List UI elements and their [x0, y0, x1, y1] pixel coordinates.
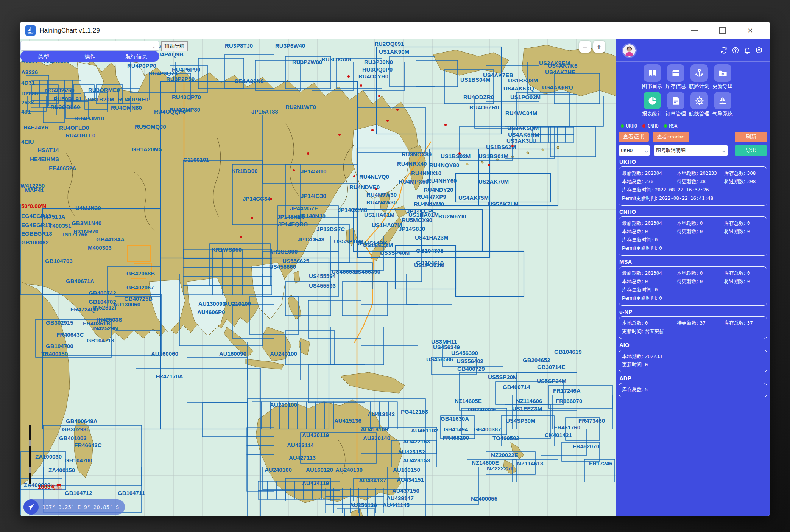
chart-code-label: JP13DS7C	[316, 226, 345, 232]
stat-item: 将过期数:0	[724, 228, 750, 235]
assist-navigation-button[interactable]: 辅助导航	[161, 41, 188, 51]
nautical-chart-canvas[interactable]: RU4PCQE0RU4PAQ9BRU3P8TJ0RU3P6W40RU2OQ091…	[20, 39, 616, 516]
section-title: e-NP	[619, 308, 767, 315]
app-tile-sail[interactable]: 气导系统	[711, 92, 734, 117]
stat-item: 将过期数:308	[724, 178, 756, 185]
app-logo-icon	[25, 25, 36, 36]
stat-item: 更新时间:暂无更新	[622, 328, 664, 335]
stat-item: 本地期数:202233	[677, 170, 724, 177]
chart-code-label: US5SP20M	[488, 374, 517, 380]
stat-item: 本地总数:0	[622, 278, 677, 285]
chart-code-label: NZ222251	[487, 465, 513, 471]
chart-code-label: US456390	[354, 268, 380, 275]
alert-dot	[347, 75, 350, 78]
stats-row: Permit更新时间:2022-08-22 16:41:48	[622, 195, 764, 202]
chart-code-label: NZ400055	[471, 495, 497, 502]
source-select[interactable]: UKHO⌄	[619, 145, 650, 156]
stats-row: 本地期数:202233	[622, 353, 764, 360]
stat-item: 库存总数:0	[724, 220, 750, 227]
app-tile-box[interactable]: 库存信息	[664, 64, 687, 90]
section-stats-box: 最新期数:202304本地期数:0库存总数:0本地总数:0待更新数:0将过期数:…	[619, 266, 767, 306]
alert-dot	[386, 120, 389, 122]
chart-code-label: GB104619	[554, 348, 582, 355]
close-button[interactable]: ✕	[746, 26, 754, 35]
coordinates-text: 137° 3.25′ E 9° 20.85′ S	[42, 504, 119, 510]
stat-item: 本地期数:0	[677, 220, 724, 227]
chart-code-label: US1BS01M	[478, 153, 508, 159]
chart-code-label: AU130090	[198, 300, 226, 307]
alert-dot	[396, 109, 399, 111]
chart-code-label: US1AK90M	[379, 48, 409, 55]
stat-item: Permit更新时间:0	[622, 295, 662, 302]
stats-row: 库存更新时间:0	[622, 236, 764, 244]
sidebar: 图书目录库存信息航路计划更新导出报表统计订单管理航线管理气导系统 UKHOCNH…	[616, 39, 770, 516]
stats-row: 库存总数:5	[622, 386, 764, 394]
app-tile-anchor[interactable]: 航路计划	[687, 64, 711, 90]
chart-code-label: GB1B20M	[87, 96, 114, 103]
chart-code-label: RU4NLVQ0	[359, 173, 389, 180]
zoom-out-button[interactable]: −	[579, 41, 591, 53]
minimize-button[interactable]	[690, 26, 698, 35]
refresh-button[interactable]: 刷新	[735, 132, 767, 142]
user-avatar[interactable]	[623, 44, 636, 57]
app-tile-doc[interactable]: 订单管理	[664, 92, 687, 117]
refresh-icon[interactable]	[720, 47, 728, 54]
report-type-select[interactable]: 图号取消明细⌄	[654, 145, 728, 156]
chart-code-label: AU461102	[411, 427, 438, 434]
chart-code-label: RU4O5YH0	[358, 73, 388, 79]
chart-code-label: RU4OJM10	[74, 115, 104, 121]
chart-code-label: NZ114606	[516, 398, 542, 404]
chart-code-label: RU3P2P50	[166, 76, 195, 82]
stats-row: 本地总数:0待更新数:0将过期数:0	[622, 228, 764, 235]
chart-code-label: GB1A20M5	[132, 146, 162, 152]
chart-code-label: RU3P8TJ0	[225, 42, 253, 49]
chart-code-label: AU230140	[363, 435, 390, 441]
chart-list-header: 类型 操作 航行信息	[20, 51, 159, 62]
chart-code-label: US455593	[309, 282, 336, 289]
chart-code-label: HE4EIHMS	[30, 156, 59, 162]
chart-code-label: RU4NRX40	[397, 160, 427, 167]
chart-code-label: US3AK3LU	[506, 137, 536, 144]
chart-code-label: AU415136	[334, 417, 361, 424]
app-tile-folder-up[interactable]: 更新导出	[711, 64, 734, 90]
app-tile-book[interactable]: 图书目录	[640, 64, 664, 90]
north-arrow-icon[interactable]	[23, 499, 39, 515]
chart-code-label: RU4N4XM0	[414, 201, 444, 207]
alert-dot	[458, 152, 461, 155]
chart-code-label: RU4NDVE0	[349, 184, 380, 190]
view-certificate-button[interactable]: 查看证书	[619, 132, 649, 142]
alert-dot	[293, 169, 295, 171]
export-button[interactable]: 导出	[735, 145, 767, 156]
chart-code-label: JP14CC34	[243, 195, 271, 202]
help-icon[interactable]	[732, 47, 739, 54]
chart-code-label: RU4NHY60	[427, 177, 457, 184]
chart-code-label: RU4NMX10	[411, 170, 441, 176]
zoom-in-button[interactable]: +	[593, 41, 605, 53]
chart-code-label: FR17246	[589, 460, 612, 467]
view-readme-button[interactable]: 查看readme	[653, 132, 689, 142]
chart-code-label: US5SP10M	[334, 238, 363, 244]
chart-map[interactable]: RU4PCQE0RU4PAQ9BRU3P8TJ0RU3P6W40RU2OQ091…	[20, 39, 616, 516]
chevron-down-icon: ⌄	[644, 148, 648, 153]
stats-row: 更新时间:0	[622, 361, 764, 369]
chart-code-label: GB42068B	[126, 270, 155, 277]
stats-row: 库存更新时间:2022-08-22 16:37:26	[622, 187, 764, 194]
sail-icon	[714, 92, 731, 109]
app-tile-pie[interactable]: 报表统计	[640, 92, 664, 117]
chart-code-label: US1BS62M	[486, 144, 516, 150]
bell-icon[interactable]	[743, 47, 751, 54]
chart-filter-combobox[interactable]: ⌄	[20, 41, 159, 51]
chart-code-label: RU2M6YI0	[438, 213, 466, 219]
chart-code-label: FR47170A	[156, 373, 183, 380]
maximize-button[interactable]	[718, 26, 726, 35]
chart-code-label: RU3NOX89	[402, 151, 432, 157]
settings-icon[interactable]	[755, 47, 763, 54]
chart-code-label: AU420119	[302, 432, 329, 438]
alert-dot	[360, 84, 362, 87]
section-stats-box: 本地总数:0待更新数:37库存总数:37更新时间:暂无更新	[619, 316, 767, 339]
app-tile-wheel[interactable]: 航线管理	[687, 92, 711, 117]
doc-icon	[667, 92, 684, 109]
chart-code-label: US4SP30M	[506, 417, 535, 424]
chart-code-label: JP14CCM8	[338, 207, 367, 213]
chart-code-label: FR462070	[573, 443, 599, 450]
